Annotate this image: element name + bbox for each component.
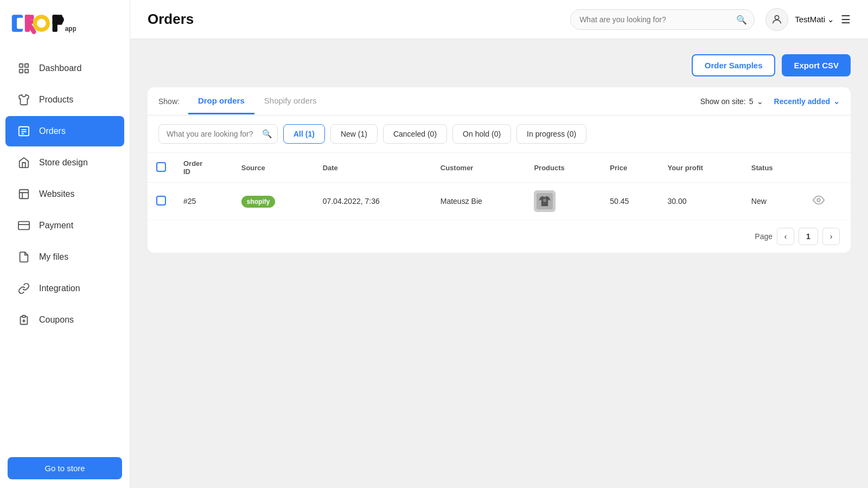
- tab-shopify-orders[interactable]: Shopify orders: [254, 88, 327, 114]
- header-search-input[interactable]: [570, 9, 755, 30]
- show-on-site-label: Show on site:: [700, 97, 746, 106]
- recently-added-label: Recently added: [774, 97, 830, 106]
- export-csv-button[interactable]: Export CSV: [782, 54, 851, 76]
- tab-drop-orders[interactable]: Drop orders: [188, 88, 254, 114]
- filter-canceled-button[interactable]: Canceled (0): [383, 124, 447, 144]
- filter-search-input[interactable]: [158, 124, 278, 144]
- user-avatar-button[interactable]: [765, 8, 788, 31]
- sidebar-item-dashboard-label: Dashboard: [39, 63, 81, 73]
- row-checkbox-cell: [148, 183, 175, 220]
- col-customer: Customer: [432, 153, 526, 183]
- show-on-site-control[interactable]: Show on site: 5 ⌄: [700, 97, 763, 106]
- sidebar-item-coupons[interactable]: Coupons: [5, 305, 124, 335]
- sidebar-item-products[interactable]: Products: [5, 85, 124, 115]
- sidebar-item-payment[interactable]: Payment: [5, 210, 124, 241]
- svg-rect-14: [25, 64, 28, 67]
- shopify-badge: shopify: [241, 196, 276, 208]
- header-user-area: TestMati ⌄ ☰: [765, 8, 851, 31]
- sidebar-item-payment-label: Payment: [39, 221, 73, 230]
- show-on-site-value: 5: [749, 97, 754, 106]
- filter-in-progress-button[interactable]: In progress (0): [516, 124, 586, 144]
- sidebar-item-integration[interactable]: Integration: [5, 273, 124, 304]
- svg-rect-16: [25, 69, 28, 73]
- cell-customer: Mateusz Bie: [432, 183, 526, 220]
- orders-icon: [16, 124, 31, 139]
- header: Orders 🔍 TestMati ⌄ ☰: [130, 0, 868, 39]
- cell-products: [525, 183, 601, 220]
- table-row: #25 shopify 07.04.2022, 7:36 Mateusz Bie: [148, 183, 851, 220]
- svg-rect-13: [20, 64, 23, 67]
- col-actions: [804, 153, 851, 183]
- tshirt-product-icon: [537, 193, 553, 209]
- tab-right-controls: Show on site: 5 ⌄ Recently added ⌄: [700, 97, 840, 106]
- svg-text:app: app: [65, 25, 76, 33]
- sidebar-item-websites[interactable]: Websites: [5, 179, 124, 209]
- recently-added-chevron-icon: ⌄: [833, 97, 840, 106]
- recently-added-control[interactable]: Recently added ⌄: [774, 97, 840, 106]
- filter-search-icon: 🔍: [262, 129, 272, 139]
- sidebar: app Dashboard Products Orders Sto: [0, 0, 130, 488]
- cell-source: shopify: [233, 183, 314, 220]
- logo-area: app: [0, 0, 130, 47]
- show-on-site-chevron-icon: ⌄: [757, 97, 763, 106]
- order-samples-button[interactable]: Order Samples: [692, 54, 776, 76]
- current-page: 1: [799, 228, 818, 245]
- sidebar-item-store-design[interactable]: Store design: [5, 147, 124, 178]
- svg-rect-21: [20, 190, 29, 199]
- select-all-checkbox[interactable]: [156, 162, 166, 172]
- go-to-store-button[interactable]: Go to store: [8, 457, 122, 479]
- svg-rect-3: [25, 15, 34, 20]
- hamburger-icon[interactable]: ☰: [841, 13, 851, 26]
- sidebar-item-my-files-label: My files: [39, 252, 68, 262]
- filter-on-hold-button[interactable]: On hold (0): [452, 124, 511, 144]
- col-source: Source: [233, 153, 314, 183]
- filter-new-button[interactable]: New (1): [330, 124, 378, 144]
- my-files-icon: [16, 249, 31, 265]
- svg-rect-24: [22, 316, 25, 318]
- header-search-icon: 🔍: [736, 14, 747, 24]
- prev-page-button[interactable]: ‹: [777, 228, 794, 245]
- filter-bar: 🔍 All (1) New (1) Canceled (0) On hold (…: [148, 115, 851, 153]
- sidebar-bottom: Go to store: [0, 448, 130, 488]
- sidebar-item-dashboard[interactable]: Dashboard: [5, 53, 124, 84]
- user-name[interactable]: TestMati ⌄: [795, 15, 834, 24]
- view-order-icon[interactable]: [813, 197, 825, 208]
- cell-status: New: [743, 183, 805, 220]
- col-status: Status: [743, 153, 805, 183]
- page-title: Orders: [148, 11, 194, 28]
- sidebar-item-orders-label: Orders: [39, 126, 66, 136]
- page-label: Page: [755, 232, 773, 241]
- col-order-id: OrderID: [175, 153, 233, 183]
- sidebar-item-integration-label: Integration: [39, 284, 80, 293]
- action-bar: Order Samples Export CSV: [148, 54, 851, 76]
- pagination: Page ‹ 1 ›: [148, 220, 851, 253]
- select-all-header: [148, 153, 175, 183]
- col-your-profit: Your profit: [659, 153, 742, 183]
- logo: app: [11, 10, 76, 37]
- sidebar-item-websites-label: Websites: [39, 189, 75, 199]
- row-checkbox[interactable]: [156, 196, 166, 206]
- cell-date: 07.04.2022, 7:36: [314, 183, 432, 220]
- col-price: Price: [601, 153, 659, 183]
- next-page-button[interactable]: ›: [822, 228, 840, 245]
- orders-card: Show: Drop orders Shopify orders Show on…: [148, 87, 851, 253]
- svg-rect-22: [18, 222, 29, 230]
- integration-icon: [16, 281, 31, 296]
- svg-point-7: [37, 19, 46, 28]
- svg-point-11: [56, 16, 64, 24]
- svg-point-29: [543, 199, 546, 202]
- tab-bar: Show: Drop orders Shopify orders Show on…: [148, 87, 851, 115]
- show-label: Show:: [158, 97, 180, 106]
- sidebar-item-my-files[interactable]: My files: [5, 242, 124, 272]
- svg-rect-15: [20, 69, 23, 73]
- svg-point-30: [818, 198, 821, 202]
- main-area: Orders 🔍 TestMati ⌄ ☰ Order Samples Expo…: [130, 0, 868, 488]
- filter-search-container: 🔍: [158, 124, 278, 144]
- payment-icon: [16, 218, 31, 233]
- cell-your-profit: 30.00: [659, 183, 742, 220]
- filter-all-button[interactable]: All (1): [283, 124, 325, 144]
- sidebar-item-orders[interactable]: Orders: [5, 116, 124, 146]
- orders-table: OrderID Source Date Customer Products Pr…: [148, 153, 851, 220]
- col-date: Date: [314, 153, 432, 183]
- content-area: Order Samples Export CSV Show: Drop orde…: [130, 39, 868, 488]
